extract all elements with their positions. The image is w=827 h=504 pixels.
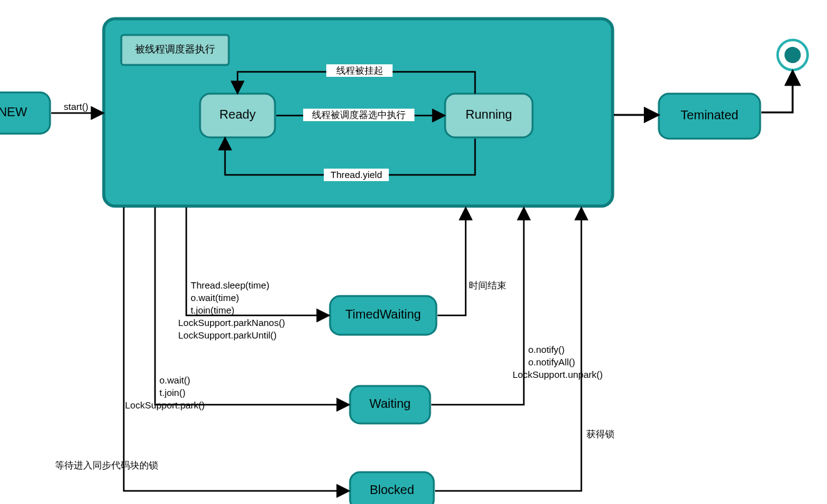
state-ready-label: Ready	[219, 107, 256, 121]
state-waiting-label: Waiting	[369, 397, 411, 410]
state-new-label: NEW	[0, 105, 27, 119]
edge-timeend-label: 时间结束	[469, 280, 506, 290]
edge-start-label: start()	[64, 101, 88, 112]
edge-suspended-label: 线程被挂起	[336, 65, 383, 76]
edge-to-timedwaiting-l0: Thread.sleep(time)	[191, 280, 269, 290]
state-terminated-label: Teminated	[681, 108, 738, 122]
edge-to-timedwaiting-l2: t.join(time)	[191, 305, 234, 315]
edge-from-waiting	[431, 209, 524, 405]
edge-to-blocked-label: 等待进入同步代码块的锁	[55, 460, 158, 470]
edge-timeend	[438, 209, 466, 315]
end-node-inner	[784, 47, 801, 63]
edge-selected-label: 线程被调度器选中执行	[312, 109, 406, 120]
edge-from-waiting-l0: o.notify()	[528, 344, 564, 355]
edge-to-timedwaiting-l4: LockSupport.parkUntil()	[178, 330, 277, 340]
edge-from-waiting-l1: o.notifyAll()	[528, 357, 575, 367]
edge-to-timedwaiting-l1: o.wait(time)	[191, 292, 239, 303]
edge-from-waiting-l2: LockSupport.unpark()	[513, 369, 603, 380]
edge-end	[761, 72, 793, 112]
edge-from-blocked-label: 获得锁	[586, 428, 614, 439]
edge-to-waiting-l1: t.join()	[159, 387, 186, 398]
state-blocked-label: Blocked	[369, 483, 414, 497]
edge-to-waiting-l0: o.wait()	[159, 375, 190, 385]
state-running-label: Running	[466, 107, 513, 121]
group-title: 被线程调度器执行	[135, 44, 215, 54]
edge-to-waiting-l2: LockSupport.park()	[125, 400, 205, 410]
edge-yield-label: Thread.yield	[331, 169, 383, 180]
state-timedwaiting-label: TimedWaiting	[346, 307, 421, 321]
edge-to-timedwaiting-l3: LockSupport.parkNanos()	[178, 317, 285, 328]
edge-to-blocked	[124, 207, 348, 491]
